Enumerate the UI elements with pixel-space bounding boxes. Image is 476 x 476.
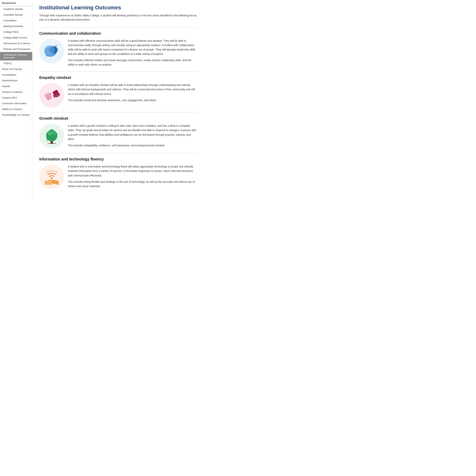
sidebar-item-consumer-information[interactable]: Consumer Information [0, 101, 32, 106]
outcome-para1-4: A student who is information and technol… [68, 164, 197, 178]
outcome-text-1: A student with effective communication s… [68, 39, 197, 67]
main-content: Institutional Learning Outcomes Through … [32, 0, 204, 198]
outcome-text-4: A student who is information and technol… [68, 164, 197, 188]
outcome-text-2: A student with an empathy mindset will b… [68, 83, 197, 102]
svg-point-2 [44, 45, 55, 56]
outcome-para2-3: This includes adaptability, resilience, … [68, 143, 197, 148]
outcome-para1-2: A student with an empathy mindset will b… [68, 83, 197, 96]
infotech-icon [39, 164, 64, 189]
communication-icon [39, 39, 64, 64]
sidebar-item-campus-wi-fi[interactable]: Campus Wi-fi [0, 95, 32, 101]
outcome-section-2: Empathy mindset [39, 71, 197, 108]
sidebar-item-accreditation[interactable]: Accreditation [0, 72, 32, 78]
outcome-text-3: A student with a growth mindset is willi… [68, 124, 197, 148]
sidebar: Governance Academic SenateClassified Sen… [0, 0, 32, 198]
outcome-section-1: Communication and collaboration [39, 27, 197, 67]
sidebar-item-governance-at-a-glance[interactable]: Governance at a Glance [0, 41, 32, 46]
outcomes-container: Communication and collaboration [39, 27, 197, 189]
page-title: Institutional Learning Outcomes [39, 5, 197, 11]
outcome-title-3: Growth mindset [39, 116, 197, 121]
sidebar-item-awards[interactable]: Awards [0, 84, 32, 89]
intro-text: Through their experiences at Diablo Vall… [39, 13, 197, 22]
outcome-para1-3: A student with a growth mindset is willi… [68, 124, 197, 141]
governance-nav: Academic SenateClassified SenateCommitte… [0, 6, 32, 66]
sidebar-item-asdvc[interactable]: ASDVC [0, 61, 32, 66]
sidebar-item-classified-senate[interactable]: Classified Senate [0, 12, 32, 18]
growth-icon [39, 124, 64, 148]
sidebar-item-college-wide-forums[interactable]: College Wide Forums [0, 35, 32, 41]
svg-point-25 [51, 177, 52, 179]
outcome-title-1: Communication and collaboration [39, 31, 197, 36]
sidebar-item-institutional-learning-outcomes[interactable]: Institutional Learning Outcomes [0, 52, 32, 61]
sidebar-item-sustainability-on-campus[interactable]: Sustainability on Campus [0, 112, 32, 118]
outcome-para2-2: This includes social and diversity aware… [68, 98, 197, 102]
sidebar-item-academic-senate[interactable]: Academic Senate [0, 6, 32, 12]
outcome-title-4: Information and technology fluency [39, 157, 197, 161]
other-nav: About Our FacultyAccreditationAdministra… [0, 66, 32, 118]
outcome-body-1: A student with effective communication s… [39, 39, 197, 67]
sidebar-item-college-plans[interactable]: College Plans [0, 29, 32, 35]
outcome-section-3: Growth mindset [39, 112, 197, 148]
svg-point-22 [51, 131, 56, 135]
sidebar-item-campus-locations[interactable]: Campus Locations [0, 89, 32, 95]
outcome-para2-1: This includes effective written and visu… [68, 58, 197, 67]
svg-point-23 [46, 136, 48, 138]
outcome-para2-4: This includes being flexible and strateg… [68, 180, 197, 188]
svg-marker-4 [55, 45, 57, 46]
outcome-para1-1: A student with effective communication s… [68, 39, 197, 56]
sidebar-item-policies-and-procedures[interactable]: Policies and Procedures [0, 46, 32, 52]
sidebar-item-safety-on-campus[interactable]: Safety on Campus [0, 106, 32, 112]
sidebar-item-administration[interactable]: Administration [0, 78, 32, 84]
governance-header: Governance [0, 0, 32, 6]
sidebar-item-meeting-schedule[interactable]: Meeting Schedule [0, 23, 32, 29]
outcome-title-2: Empathy mindset [39, 75, 197, 80]
outcome-body-3: A student with a growth mindset is willi… [39, 124, 197, 148]
empathy-icon [39, 83, 64, 108]
outcome-body-4: A student who is information and technol… [39, 164, 197, 189]
sidebar-item-committees[interactable]: Committees [0, 18, 32, 23]
sidebar-item-about-our-faculty[interactable]: About Our Faculty [0, 66, 32, 72]
outcome-body-2: A student with an empathy mindset will b… [39, 83, 197, 108]
svg-point-24 [48, 132, 51, 135]
outcome-section-4: Information and technology fluency [39, 153, 197, 189]
